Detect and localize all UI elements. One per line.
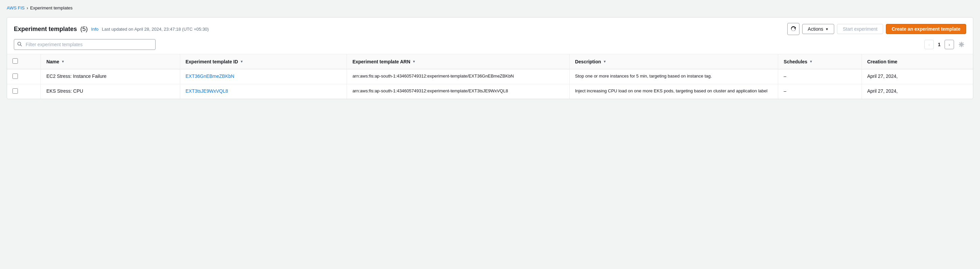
table-container: Name ▼ Experiment template ID ▼ (7, 54, 973, 99)
select-all-checkbox[interactable] (13, 58, 18, 64)
sort-arn-icon: ▼ (412, 60, 416, 63)
row-template-id-1: EXT3tsJE9WxVQL8 (180, 84, 347, 99)
header-top: Experiment templates (5) Info Last updat… (14, 23, 966, 35)
row-creation-time-0: April 27, 2024, (862, 69, 973, 84)
create-template-button[interactable]: Create an experiment template (886, 24, 966, 34)
count-badge: (5) (80, 25, 88, 33)
panel-header: Experiment templates (5) Info Last updat… (7, 17, 973, 54)
page-number: 1 (937, 42, 942, 47)
info-link[interactable]: Info (91, 27, 99, 32)
refresh-icon (791, 26, 796, 32)
breadcrumb-current: Experiment templates (30, 5, 73, 11)
sort-description-icon: ▼ (603, 60, 606, 63)
breadcrumb-separator: › (27, 5, 28, 11)
pagination-next-button[interactable]: › (945, 40, 954, 49)
row-name-0: EC2 Stress: Instance Failure (41, 69, 180, 84)
row-description-0: Stop one or more instances for 5 min, ta… (569, 69, 778, 84)
table-row: EKS Stress: CPU EXT3tsJE9WxVQL8 arn:aws:… (7, 84, 973, 99)
svg-point-2 (961, 44, 963, 46)
sort-template-id-icon: ▼ (240, 60, 243, 63)
svg-line-1 (21, 45, 22, 46)
header-actions: Actions ▼ Start experiment Create an exp… (787, 23, 966, 35)
header-template-id: Experiment template ID ▼ (180, 54, 347, 69)
sort-schedules-icon: ▼ (809, 60, 813, 63)
template-id-link-0[interactable]: EXT36GnEBmeZBKbN (186, 73, 235, 79)
row-schedules-0: – (778, 69, 862, 84)
row-arn-0: arn:aws:fis:ap-south-1:434605749312:expe… (347, 69, 570, 84)
header-checkbox-cell (7, 54, 41, 69)
row-description-1: Inject increasing CPU load on one more E… (569, 84, 778, 99)
search-row: ‹ 1 › (14, 39, 966, 50)
row-checkbox-cell (7, 69, 41, 84)
row-template-id-0: EXT36GnEBmeZBKbN (180, 69, 347, 84)
last-updated-text: Last updated on April 28, 2024, 23:47:18… (102, 27, 209, 32)
row-checkbox-cell (7, 84, 41, 99)
row-creation-time-1: April 27, 2024, (862, 84, 973, 99)
pagination-prev-button[interactable]: ‹ (924, 40, 934, 49)
table-header-row: Name ▼ Experiment template ID ▼ (7, 54, 973, 69)
experiments-table: Name ▼ Experiment template ID ▼ (7, 54, 973, 99)
row-schedules-1: – (778, 84, 862, 99)
table-settings-button[interactable] (957, 40, 966, 49)
breadcrumb: AWS FIS › Experiment templates (7, 5, 973, 11)
breadcrumb-home-link[interactable]: AWS FIS (7, 5, 25, 11)
search-icon (17, 42, 22, 47)
gear-icon (959, 42, 964, 47)
chevron-left-icon: ‹ (928, 42, 930, 47)
refresh-button[interactable] (787, 23, 799, 35)
header-left: Experiment templates (5) Info Last updat… (14, 25, 209, 33)
create-template-label: Create an experiment template (892, 26, 961, 32)
row-name-1: EKS Stress: CPU (41, 84, 180, 99)
header-schedules: Schedules ▼ (778, 54, 862, 69)
header-creation-time: Creation time (862, 54, 973, 69)
page-title: Experiment templates (14, 25, 77, 33)
actions-chevron-icon: ▼ (826, 27, 829, 31)
header-name: Name ▼ (41, 54, 180, 69)
actions-button[interactable]: Actions ▼ (802, 24, 835, 34)
search-input[interactable] (14, 39, 156, 50)
table-row: EC2 Stress: Instance Failure EXT36GnEBme… (7, 69, 973, 84)
pagination-controls: ‹ 1 › (924, 40, 966, 49)
chevron-right-icon: › (949, 42, 950, 47)
template-id-link-1[interactable]: EXT3tsJE9WxVQL8 (186, 88, 228, 94)
actions-label: Actions (808, 26, 823, 32)
start-experiment-label: Start experiment (843, 26, 877, 32)
main-panel: Experiment templates (5) Info Last updat… (7, 17, 973, 99)
header-arn: Experiment template ARN ▼ (347, 54, 570, 69)
sort-name-icon: ▼ (61, 60, 65, 63)
row-checkbox-0[interactable] (13, 73, 18, 79)
header-description: Description ▼ (569, 54, 778, 69)
start-experiment-button: Start experiment (837, 24, 883, 34)
row-arn-1: arn:aws:fis:ap-south-1:434605749312:expe… (347, 84, 570, 99)
search-container (14, 39, 156, 50)
row-checkbox-1[interactable] (13, 88, 18, 94)
